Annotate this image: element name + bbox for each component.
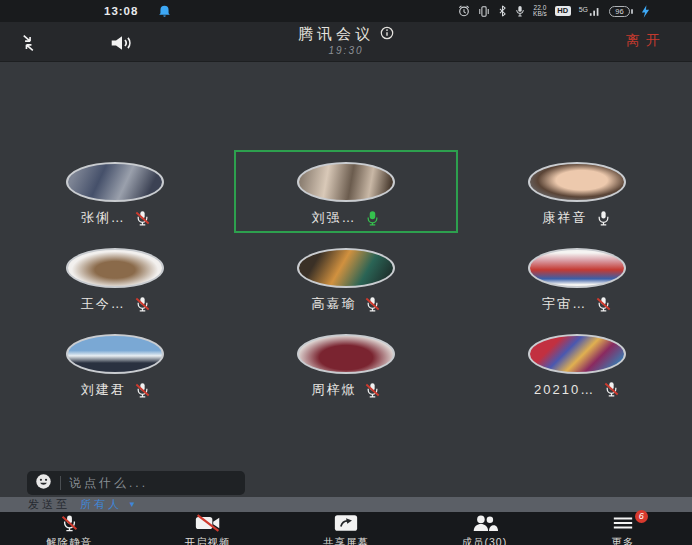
participant-tile[interactable]: 宇宙… [465, 236, 689, 319]
avatar [66, 334, 164, 374]
avatar [297, 248, 395, 288]
participant-tile[interactable]: 20210… [465, 322, 689, 405]
emoji-icon [35, 473, 52, 493]
alarm-icon [458, 5, 470, 17]
participant-name: 王今… [81, 295, 126, 313]
send-to-value: 所有人 [80, 497, 122, 512]
meeting-timer: 19:30 [0, 45, 692, 56]
battery-icon: 96 [609, 6, 633, 17]
participant-name: 宇宙… [542, 295, 587, 313]
avatar [66, 162, 164, 202]
participant-name: 张俐… [81, 209, 126, 227]
participant-grid: 张俐… 刘强… 康祥音 [0, 62, 692, 405]
avatar [528, 248, 626, 288]
mic-active-icon [365, 210, 380, 226]
send-to-label: 发送至 [28, 497, 70, 512]
participant-tile[interactable]: 王今… [3, 236, 227, 319]
send-to-bar: 发送至 所有人 ▼ [0, 497, 692, 512]
start-video-button[interactable]: 开启视频 [167, 514, 249, 545]
meeting-title: 腾讯会议 [298, 25, 374, 44]
participant-name: 周梓焮 [311, 381, 356, 399]
members-icon [471, 514, 498, 535]
status-bar: 13:08 22.0 KB/s HD 5G [0, 0, 692, 22]
avatar [528, 334, 626, 374]
mic-muted-icon [365, 382, 380, 398]
meeting-screen: 13:08 22.0 KB/s HD 5G [0, 0, 692, 545]
hd-icon: HD [555, 6, 571, 16]
signal-icon: 5G [579, 6, 601, 17]
participant-name: 20210… [534, 382, 595, 397]
mic-status-icon [515, 5, 525, 17]
participant-name: 康祥音 [542, 209, 587, 227]
notification-bell-icon [158, 5, 171, 18]
unmute-button[interactable]: 解除静音 [28, 514, 110, 545]
camera-off-icon [195, 514, 221, 535]
members-button[interactable]: 成员(30) [443, 514, 525, 545]
mic-muted-icon [604, 381, 619, 397]
more-button[interactable]: 更多 6 [582, 514, 664, 545]
share-screen-button[interactable]: 共享屏幕 [305, 514, 387, 545]
participant-name: 刘强… [311, 209, 356, 227]
share-screen-icon [334, 514, 358, 535]
participant-tile[interactable]: 高嘉瑜 [234, 236, 458, 319]
mic-muted-icon [61, 514, 78, 535]
emoji-button[interactable] [35, 473, 52, 493]
avatar [528, 162, 626, 202]
avatar [297, 334, 395, 374]
chat-input[interactable] [69, 476, 237, 490]
more-icon [612, 514, 634, 535]
avatar [66, 248, 164, 288]
bluetooth-icon [498, 5, 507, 17]
info-icon[interactable] [380, 26, 394, 44]
participant-name: 高嘉瑜 [311, 295, 356, 313]
chat-bar [27, 471, 245, 495]
network-speed: 22.0 KB/s [533, 5, 547, 18]
network-type-label: 5G [579, 6, 588, 13]
tool-label: 更多 [611, 536, 634, 545]
avatar [297, 162, 395, 202]
vibrate-icon [478, 6, 490, 17]
participant-name: 刘建君 [81, 381, 126, 399]
participant-tile[interactable]: 周梓焮 [234, 322, 458, 405]
divider [60, 476, 61, 490]
participant-tile[interactable]: 刘建君 [3, 322, 227, 405]
mic-muted-icon [365, 296, 380, 312]
battery-percent: 96 [609, 6, 630, 17]
top-bar: 腾讯会议 19:30 离开 [0, 22, 692, 62]
tool-label: 开启视频 [185, 536, 231, 545]
participant-tile[interactable]: 张俐… [3, 150, 227, 233]
clock-time: 13:08 [104, 5, 138, 17]
mic-muted-icon [596, 296, 611, 312]
tool-label: 共享屏幕 [323, 536, 369, 545]
mic-muted-icon [135, 382, 150, 398]
mic-on-icon [596, 210, 611, 226]
participant-tile-active-speaker[interactable]: 刘强… [234, 150, 458, 233]
bottom-toolbar: 解除静音 开启视频 共享屏幕 成员(30) 更多 6 [0, 512, 692, 545]
notification-badge: 6 [635, 510, 648, 523]
participant-tile[interactable]: 康祥音 [465, 150, 689, 233]
leave-button[interactable]: 离开 [626, 32, 666, 50]
send-to-selector[interactable]: 所有人 ▼ [80, 497, 136, 512]
mic-muted-icon [135, 210, 150, 226]
network-speed-unit: KB/s [533, 11, 547, 18]
chevron-down-icon: ▼ [128, 500, 136, 509]
tool-label: 解除静音 [46, 536, 92, 545]
mic-muted-icon [135, 296, 150, 312]
tool-label: 成员(30) [462, 536, 508, 545]
charging-bolt-icon [641, 5, 650, 18]
